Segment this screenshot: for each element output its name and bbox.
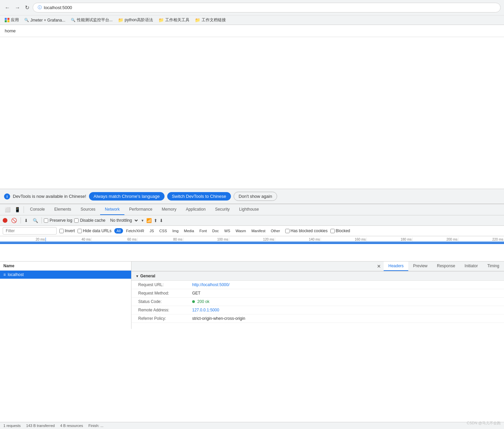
address-bar[interactable]: ⓘ localhost:5000 bbox=[33, 3, 501, 12]
tab-console[interactable]: Console bbox=[25, 204, 50, 215]
timeline-tick-4: 80 ms bbox=[138, 238, 183, 241]
always-match-button[interactable]: Always match Chrome's language bbox=[89, 192, 165, 201]
close-details-button[interactable]: ✕ bbox=[374, 262, 384, 270]
details-tab-initiator[interactable]: Initiator bbox=[460, 262, 482, 271]
bookmark-docs[interactable]: 📁 工作文档链接 bbox=[193, 16, 228, 24]
bookmark-perf[interactable]: 🔍 性能测试监控平台... bbox=[69, 16, 115, 24]
has-blocked-cookies-checkbox[interactable]: Has blocked cookies bbox=[285, 228, 328, 233]
filter-type-ws[interactable]: WS bbox=[222, 228, 233, 234]
timeline-tick-5: 100 ms bbox=[183, 238, 229, 241]
throttle-select[interactable]: No throttling bbox=[108, 217, 139, 224]
general-section-header[interactable]: ▼ General bbox=[131, 271, 504, 281]
tab-memory[interactable]: Memory bbox=[157, 204, 181, 215]
filter-type-js[interactable]: JS bbox=[147, 228, 156, 234]
details-tab-response[interactable]: Response bbox=[432, 262, 460, 271]
invert-input[interactable] bbox=[59, 229, 64, 233]
filter-types: All Fetch/XHR JS CSS Img Media Font Doc … bbox=[114, 228, 283, 234]
address-text: localhost:5000 bbox=[44, 5, 72, 10]
detail-key-url: Request URL: bbox=[138, 282, 192, 287]
browser-chrome: ← → ↻ ⓘ localhost:5000 应用 🔍 Jmeter + Gra… bbox=[0, 0, 504, 25]
status-requests: 1 requests bbox=[3, 424, 21, 428]
filter-type-media[interactable]: Media bbox=[182, 228, 197, 234]
details-tab-headers[interactable]: Headers bbox=[384, 262, 408, 271]
apps-button[interactable]: 应用 bbox=[3, 16, 21, 24]
preserve-log-input[interactable] bbox=[44, 218, 48, 223]
filter-input[interactable] bbox=[3, 227, 57, 235]
preserve-log-checkbox[interactable]: Preserve log bbox=[44, 218, 72, 223]
clear-button[interactable]: 🚫 bbox=[9, 217, 19, 224]
filter-type-all[interactable]: All bbox=[114, 228, 123, 234]
detail-row-method: Request Method: GET bbox=[131, 289, 504, 298]
filter-type-fetch[interactable]: Fetch/XHR bbox=[124, 228, 147, 234]
filter-type-font[interactable]: Font bbox=[197, 228, 209, 234]
has-blocked-cookies-input[interactable] bbox=[285, 229, 290, 233]
disable-cache-checkbox[interactable]: Disable cache bbox=[74, 218, 105, 223]
detail-row-referrer: Referrer Policy: strict-origin-when-cros… bbox=[131, 314, 504, 323]
name-pane: Name ≡ localhost bbox=[0, 262, 131, 329]
detail-key-remote: Remote Address: bbox=[138, 308, 192, 312]
detail-key-method: Request Method: bbox=[138, 291, 192, 296]
timeline-tick-10: 200 ms bbox=[413, 238, 458, 241]
csdn-watermark: CSDN @马儿不会跑 bbox=[467, 421, 501, 426]
apps-label: 应用 bbox=[11, 17, 19, 23]
timeline-tick-2: 40 ms bbox=[46, 238, 92, 241]
filter-type-other[interactable]: Other bbox=[268, 228, 283, 234]
invert-checkbox[interactable]: Invert bbox=[59, 228, 75, 233]
record-button[interactable] bbox=[3, 218, 7, 223]
hide-data-urls-checkbox[interactable]: Hide data URLs bbox=[78, 228, 112, 233]
dont-show-again-button[interactable]: Don't show again bbox=[234, 192, 277, 201]
details-tab-preview[interactable]: Preview bbox=[408, 262, 432, 271]
page-content: home bbox=[0, 25, 504, 37]
detail-value-referrer: strict-origin-when-cross-origin bbox=[192, 316, 245, 321]
localhost-row[interactable]: ≡ localhost bbox=[0, 271, 131, 279]
forward-button[interactable]: → bbox=[13, 3, 22, 12]
tab-performance[interactable]: Performance bbox=[124, 204, 157, 215]
detail-row-url: Request URL: http://localhost:5000/ bbox=[131, 281, 504, 289]
disable-cache-input[interactable] bbox=[74, 218, 79, 223]
bookmark-tools[interactable]: 📁 工作相关工具 bbox=[156, 16, 191, 24]
filter-type-manifest[interactable]: Manifest bbox=[249, 228, 268, 234]
section-arrow-icon: ▼ bbox=[136, 274, 139, 278]
tab-network[interactable]: Network bbox=[100, 204, 124, 215]
device-toolbar-button[interactable]: 📱 bbox=[12, 204, 22, 215]
network-toolbar: 🚫 ⬇ 🔍 Preserve log Disable cache No thro… bbox=[0, 215, 504, 226]
download-icon: ⬇ bbox=[159, 218, 163, 223]
has-blocked-cookies-label: Has blocked cookies bbox=[291, 228, 328, 233]
bookmark-python[interactable]: 📁 python高阶语法 bbox=[116, 16, 155, 24]
timeline-tick-7: 140 ms bbox=[275, 238, 321, 241]
blocked-checkbox[interactable]: Blocked bbox=[330, 228, 350, 233]
wifi-icon: 📶 bbox=[146, 218, 152, 223]
tab-lighthouse[interactable]: Lighthouse bbox=[234, 204, 264, 215]
toolbar-separator-1 bbox=[21, 217, 21, 223]
doc-icon: ≡ bbox=[3, 272, 6, 277]
filter-button[interactable]: ⬇ bbox=[23, 217, 29, 224]
status-finish: Finish: ... bbox=[88, 424, 103, 428]
switch-devtools-button[interactable]: Switch DevTools to Chinese bbox=[167, 192, 231, 201]
tab-security[interactable]: Security bbox=[210, 204, 234, 215]
status-resources: 4 B resources bbox=[60, 424, 83, 428]
throttle-arrow-icon: ▼ bbox=[141, 219, 144, 222]
security-icon: ⓘ bbox=[38, 5, 42, 10]
bookmark-label-python: python高阶语法 bbox=[125, 17, 153, 23]
reload-button[interactable]: ↻ bbox=[24, 3, 31, 12]
folder-icon-python: 📁 bbox=[118, 18, 123, 23]
back-button[interactable]: ← bbox=[3, 3, 11, 12]
tab-elements[interactable]: Elements bbox=[50, 204, 76, 215]
hide-data-urls-input[interactable] bbox=[78, 229, 82, 233]
tab-application[interactable]: Application bbox=[181, 204, 210, 215]
filter-type-wasm[interactable]: Wasm bbox=[233, 228, 248, 234]
timeline-progress-bar bbox=[0, 242, 504, 243]
general-section-title: General bbox=[140, 274, 155, 278]
tab-sources[interactable]: Sources bbox=[76, 204, 100, 215]
bookmark-jmeter[interactable]: 🔍 Jmeter + Grafana... bbox=[22, 17, 67, 24]
devtools-panel: ⬜ 📱 Console Elements Sources Network Per… bbox=[0, 204, 504, 329]
filter-type-css[interactable]: CSS bbox=[157, 228, 170, 234]
timeline: 20 ms 40 ms 60 ms 80 ms 100 ms 120 ms 14… bbox=[0, 236, 504, 243]
inspect-element-button[interactable]: ⬜ bbox=[3, 204, 12, 215]
filter-type-img[interactable]: Img bbox=[170, 228, 181, 234]
bookmark-label-perf: 性能测试监控平台... bbox=[77, 17, 113, 23]
details-tab-timing[interactable]: Timing bbox=[482, 262, 504, 271]
search-button[interactable]: 🔍 bbox=[31, 217, 39, 224]
blocked-input[interactable] bbox=[330, 229, 335, 233]
filter-type-doc[interactable]: Doc bbox=[210, 228, 221, 234]
